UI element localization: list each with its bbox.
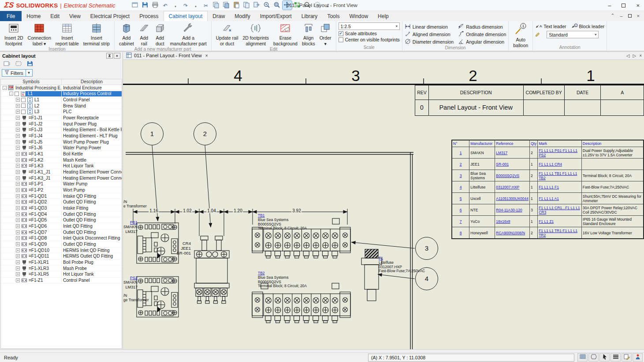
expand-icon[interactable]: + [16, 254, 20, 258]
grid-button[interactable] [577, 353, 588, 362]
2d-footprints-alignment-button[interactable]: 2D footprintsalignment [240, 22, 271, 47]
tab-scroll-right-icon[interactable]: ▷ [633, 53, 636, 58]
filters-button[interactable]: Filters ▼ [2, 69, 33, 77]
tab-import-export[interactable]: Import/Export [255, 11, 297, 21]
expand-icon[interactable]: + [16, 176, 20, 180]
sheet-button[interactable] [622, 353, 632, 362]
zoom-in-button[interactable] [262, 1, 272, 10]
tree-row[interactable]: +=F1-K3_J1Heating Element Power Conne... [1, 175, 122, 181]
bom-reference-link[interactable]: LM317 [495, 147, 530, 159]
tree-row[interactable]: +=F1-P2Wort Pump [1, 187, 122, 193]
insert-2d-footprint-button[interactable]: Insert 2Dfootprint [2, 22, 26, 47]
expand-icon[interactable]: + [16, 206, 20, 210]
expand-icon[interactable]: + [16, 170, 20, 174]
bom-mark-link[interactable]: F1 L1 L1 A1 [538, 193, 582, 204]
radius-dimension-button[interactable]: Radius dimension [458, 23, 506, 30]
bom-number-link[interactable]: 8 [452, 227, 469, 239]
text-leader-button[interactable]: A Text leader [535, 23, 566, 30]
frame-button[interactable] [13, 60, 23, 68]
tree-row[interactable]: +=F1-QD6Inlet QD Fitting [1, 223, 122, 229]
chevron-down-icon[interactable]: ▼ [26, 70, 32, 76]
pin-icon[interactable]: ⊼ [106, 53, 113, 59]
bom-number-link[interactable]: 7 [452, 216, 469, 227]
collapse-icon[interactable]: - [9, 92, 13, 96]
erase-background-button[interactable]: Erasebackground [271, 22, 300, 47]
redo-button[interactable]: ↷ [181, 1, 190, 10]
bom-number-link[interactable]: 5 [452, 193, 469, 204]
expand-icon[interactable]: + [16, 188, 20, 192]
tree-row[interactable]: +=F1-K1_J1Heating Element Power Conne... [1, 169, 122, 175]
expand-icon[interactable]: + [16, 266, 20, 270]
expand-icon[interactable]: + [16, 146, 20, 150]
lines-button[interactable] [610, 353, 621, 362]
tree-row[interactable]: +=F1-J1Power Receptacle [1, 115, 122, 121]
tab-process[interactable]: Process [134, 11, 163, 21]
insert-report-table-button[interactable]: Insertreport table [53, 22, 81, 47]
zoom-window-button[interactable] [272, 1, 282, 10]
expand-icon[interactable]: + [16, 158, 20, 162]
bom-mark-link[interactable]: F1 L1 L1 TR1 F1 L1 L1 TR2 [538, 227, 582, 239]
tree-row[interactable]: +=F1-J3Heating Element - Boil Kettle Pl.… [1, 127, 122, 133]
bom-mark-link[interactable]: F1 L1 L1 CR4 [538, 159, 582, 170]
annotation-style-select[interactable]: Standard ▾ [547, 31, 599, 38]
tab-home[interactable]: Home [22, 11, 45, 21]
undo-button[interactable]: ↶ [161, 1, 170, 10]
scale-attributes-checkbox[interactable]: ✔ Scale attributes [339, 31, 400, 36]
tab-tools[interactable]: Tools [322, 11, 344, 21]
scale-select[interactable]: 1:2.5 ▾ [339, 22, 400, 30]
tree-checkbox[interactable] [15, 92, 19, 96]
tree-row[interactable]: +=F1-QD9Outlet QD Fitting [1, 241, 122, 247]
tree-row[interactable]: +=F1-QD8Inlet Quick Disconnect Fitting [1, 235, 122, 241]
expand-icon[interactable]: + [16, 218, 20, 222]
window-button[interactable] [130, 1, 140, 10]
tree-row[interactable]: +=F1-QD7Outlet QD Fitting [1, 229, 122, 236]
print-button[interactable] [151, 1, 160, 10]
add-cabinet-button[interactable]: Addcabinet [117, 22, 136, 47]
add-duct-button[interactable]: Addduct [152, 22, 168, 47]
tree-row[interactable]: +=F1-XLR3Mash Probe [1, 266, 122, 272]
expand-icon[interactable]: + [16, 140, 20, 144]
expand-icon[interactable]: + [16, 152, 20, 156]
copy-page-button[interactable] [242, 1, 251, 10]
bom-number-link[interactable]: 4 [452, 181, 469, 193]
tab-file[interactable]: File [0, 11, 22, 21]
expand-icon[interactable]: + [16, 134, 20, 138]
bom-number-link[interactable]: 2 [452, 159, 469, 170]
bom-mark-link[interactable]: F1 L1 Z1 [538, 216, 582, 227]
tab-library[interactable]: Library [297, 11, 323, 21]
tree-checkbox[interactable] [21, 103, 26, 108]
close-icon[interactable]: × [636, 2, 640, 9]
expand-icon[interactable]: + [16, 200, 20, 204]
minimize-icon[interactable]: – [608, 2, 611, 9]
tree-row[interactable]: +=F1-J4Heating Element - HLT Plug [1, 133, 122, 139]
bom-reference-link[interactable]: RCA900N1008/N [495, 227, 530, 239]
tab-electrical-project[interactable]: Electrical Project [86, 11, 134, 21]
tree-row[interactable]: +=F1-K2Mash Kettle [1, 157, 122, 163]
tree-row[interactable]: +=F1-QD1Intake QD Fitting [1, 193, 122, 199]
copy-alt-button[interactable] [222, 1, 231, 10]
tree-row[interactable]: +=F1-QD11HERMS Outlet QD Fitting [1, 253, 122, 259]
expand-icon[interactable]: + [16, 248, 20, 252]
collapse-icon[interactable]: - [3, 86, 7, 90]
order--button[interactable]: Order▾ [317, 22, 334, 47]
bom-reference-link[interactable]: A11051300UX0044 [495, 193, 530, 204]
tab-scroll-left-icon[interactable]: ◁ [626, 53, 630, 58]
aligned-dimension-button[interactable]: Aligned dimension [405, 30, 454, 38]
expand-icon[interactable]: + [16, 98, 20, 102]
tab-cabinet-layout[interactable]: Cabinet layout [164, 11, 208, 21]
bom-mark-link[interactable]: F1 L1 L1 PS1 F1 L1 L1 PS2 [538, 147, 582, 159]
expand-icon[interactable]: + [16, 272, 20, 276]
drawing-canvas[interactable]: 4 3 2 1 REV DESCRIPTION COMPLETED BY DAT… [123, 60, 644, 349]
expand-icon[interactable]: + [16, 236, 20, 240]
assistant-button[interactable] [633, 353, 643, 362]
tab-close-icon[interactable]: × [205, 53, 208, 58]
bom-reference-link[interactable]: SR-001 [495, 159, 530, 170]
column-header-description[interactable]: Description [62, 79, 122, 85]
disk-button[interactable] [25, 60, 35, 68]
save-button[interactable] [141, 1, 150, 10]
center-footprints-checkbox[interactable]: Center on visible footprints [339, 37, 400, 42]
collapse-ribbon-icon[interactable]: ⌃ [610, 13, 614, 18]
copy-button[interactable] [212, 1, 221, 10]
expand-icon[interactable]: + [16, 128, 20, 132]
tree-checkbox[interactable] [21, 110, 26, 114]
